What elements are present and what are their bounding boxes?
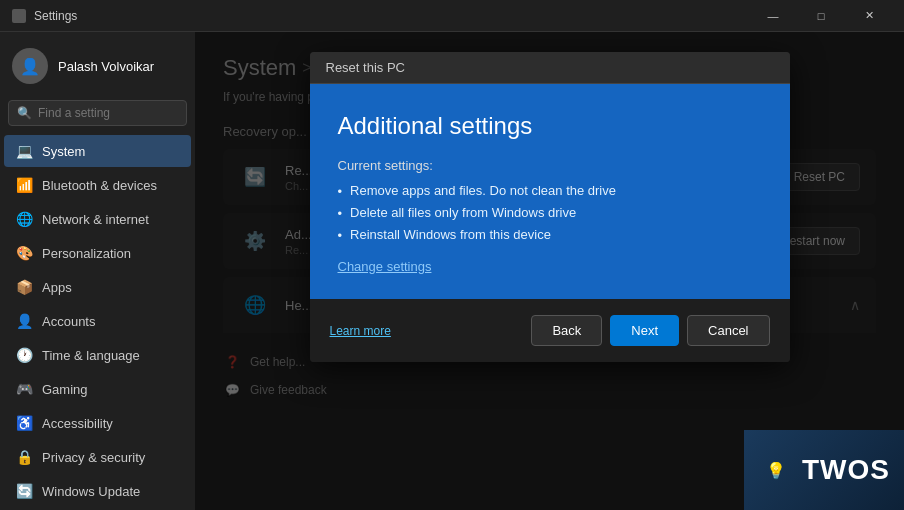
sidebar-item-bluetooth[interactable]: 📶 Bluetooth & devices <box>4 169 191 201</box>
dialog-bullet-3: • Reinstall Windows from this device <box>338 227 762 243</box>
sidebar-item-personalization[interactable]: 🎨 Personalization <box>4 237 191 269</box>
apps-icon: 📦 <box>16 279 32 295</box>
user-name: Palash Volvoikar <box>58 59 154 74</box>
avatar: 👤 <box>12 48 48 84</box>
time-icon: 🕐 <box>16 347 32 363</box>
sidebar-item-label: Personalization <box>42 246 131 261</box>
system-icon: 💻 <box>16 143 32 159</box>
sidebar-item-network[interactable]: 🌐 Network & internet <box>4 203 191 235</box>
search-icon: 🔍 <box>17 106 32 120</box>
sidebar-item-time[interactable]: 🕐 Time & language <box>4 339 191 371</box>
update-icon: 🔄 <box>16 483 32 499</box>
learn-more-link[interactable]: Learn more <box>330 324 391 338</box>
search-box[interactable]: 🔍 <box>8 100 187 126</box>
sidebar-item-gaming[interactable]: 🎮 Gaming <box>4 373 191 405</box>
bullet-text-1: Remove apps and files. Do not clean the … <box>350 183 616 198</box>
sidebar: 👤 Palash Volvoikar 🔍 💻 System 📶 Bluetoot… <box>0 32 195 510</box>
dialog-title-text: Reset this PC <box>326 60 405 75</box>
dialog-heading: Additional settings <box>338 112 762 140</box>
sidebar-item-privacy[interactable]: 🔒 Privacy & security <box>4 441 191 473</box>
dialog-section-label: Current settings: <box>338 158 762 173</box>
sidebar-item-label: Windows Update <box>42 484 140 499</box>
watermark: 💡 TWOS <box>744 430 904 510</box>
sidebar-item-label: Time & language <box>42 348 140 363</box>
watermark-text: TWOS <box>802 454 890 486</box>
accounts-icon: 👤 <box>16 313 32 329</box>
sidebar-item-label: Bluetooth & devices <box>42 178 157 193</box>
sidebar-item-label: Accessibility <box>42 416 113 431</box>
sidebar-item-label: Gaming <box>42 382 88 397</box>
dialog-footer: Learn more Back Next Cancel <box>310 299 790 362</box>
sidebar-item-update[interactable]: 🔄 Windows Update <box>4 475 191 507</box>
change-settings-link[interactable]: Change settings <box>338 259 432 274</box>
minimize-button[interactable]: — <box>750 0 796 32</box>
title-bar-text: Settings <box>34 9 77 23</box>
bullet-dot-3: • <box>338 228 343 243</box>
sidebar-item-label: System <box>42 144 85 159</box>
close-button[interactable]: ✕ <box>846 0 892 32</box>
sidebar-user: 👤 Palash Volvoikar <box>0 40 195 96</box>
cancel-button[interactable]: Cancel <box>687 315 769 346</box>
title-bar-controls: — □ ✕ <box>750 0 892 32</box>
privacy-icon: 🔒 <box>16 449 32 465</box>
sidebar-item-label: Network & internet <box>42 212 149 227</box>
dialog-bullet-1: • Remove apps and files. Do not clean th… <box>338 183 762 199</box>
accessibility-icon: ♿ <box>16 415 32 431</box>
reset-dialog: Reset this PC Additional settings Curren… <box>310 52 790 362</box>
bullet-text-2: Delete all files only from Windows drive <box>350 205 576 220</box>
next-button[interactable]: Next <box>610 315 679 346</box>
app-icon <box>12 9 26 23</box>
maximize-button[interactable]: □ <box>798 0 844 32</box>
watermark-bulb-icon: 💡 <box>758 446 794 494</box>
sidebar-item-label: Accounts <box>42 314 95 329</box>
dialog-body: Additional settings Current settings: • … <box>310 84 790 299</box>
dialog-bullet-2: • Delete all files only from Windows dri… <box>338 205 762 221</box>
avatar-icon: 👤 <box>20 57 40 76</box>
sidebar-item-label: Apps <box>42 280 72 295</box>
bullet-dot-1: • <box>338 184 343 199</box>
bluetooth-icon: 📶 <box>16 177 32 193</box>
back-button[interactable]: Back <box>531 315 602 346</box>
title-bar: Settings — □ ✕ <box>0 0 904 32</box>
sidebar-item-apps[interactable]: 📦 Apps <box>4 271 191 303</box>
sidebar-item-accessibility[interactable]: ♿ Accessibility <box>4 407 191 439</box>
sidebar-item-accounts[interactable]: 👤 Accounts <box>4 305 191 337</box>
bullet-text-3: Reinstall Windows from this device <box>350 227 551 242</box>
network-icon: 🌐 <box>16 211 32 227</box>
sidebar-item-system[interactable]: 💻 System <box>4 135 191 167</box>
search-input[interactable] <box>38 106 178 120</box>
dialog-title-bar: Reset this PC <box>310 52 790 84</box>
dialog-footer-buttons: Back Next Cancel <box>531 315 769 346</box>
bullet-dot-2: • <box>338 206 343 221</box>
personalization-icon: 🎨 <box>16 245 32 261</box>
gaming-icon: 🎮 <box>16 381 32 397</box>
sidebar-item-label: Privacy & security <box>42 450 145 465</box>
